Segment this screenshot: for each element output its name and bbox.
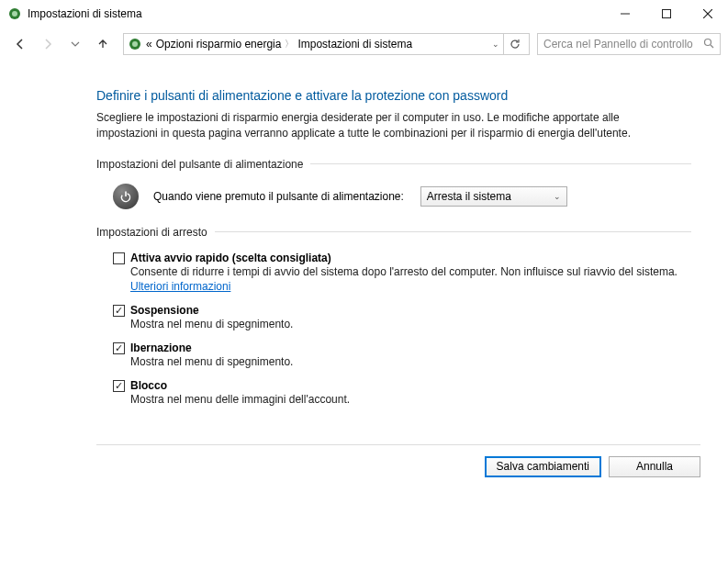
select-value: Arresta il sistema — [427, 190, 511, 203]
svg-point-8 — [705, 39, 711, 45]
divider — [310, 163, 691, 164]
svg-point-1 — [12, 11, 17, 17]
option-hibernate: Ibernazione Mostra nel menu di spegnimen… — [113, 341, 691, 370]
section-header-shutdown: Impostazioni di arresto — [96, 226, 691, 239]
option-title: Ibernazione — [130, 341, 192, 354]
app-icon — [7, 6, 22, 21]
chevron-right-icon: 〉 — [285, 38, 294, 50]
section-header-label: Impostazioni del pulsante di alimentazio… — [96, 158, 303, 171]
page-heading: Definire i pulsanti di alimentazione e a… — [96, 88, 691, 103]
checkbox[interactable] — [113, 305, 125, 317]
titlebar: Impostazioni di sistema — [0, 0, 728, 28]
option-title: Attiva avvio rapido (scelta consigliata) — [130, 252, 331, 264]
breadcrumb[interactable]: « Opzioni risparmio energia 〉 Impostazio… — [123, 33, 530, 55]
svg-rect-3 — [662, 10, 670, 18]
search-icon — [703, 38, 714, 51]
option-title: Blocco — [130, 379, 167, 392]
cancel-button[interactable]: Annulla — [609, 456, 700, 477]
option-title: Sospensione — [130, 304, 199, 317]
refresh-button[interactable] — [503, 33, 525, 55]
divider — [215, 231, 691, 232]
power-button-row: Quando viene premuto il pulsante di alim… — [113, 184, 691, 209]
footer: Salva cambiamenti Annulla — [0, 445, 728, 490]
minimize-button[interactable] — [604, 0, 645, 28]
checkbox[interactable] — [113, 380, 125, 392]
power-icon — [113, 184, 139, 209]
breadcrumb-prefix: « — [146, 38, 152, 50]
checkbox[interactable] — [113, 252, 125, 264]
power-action-select[interactable]: Arresta il sistema ⌄ — [420, 186, 567, 207]
search-input[interactable]: Cerca nel Pannello di controllo — [537, 33, 721, 55]
maximize-button[interactable] — [645, 0, 687, 28]
svg-line-9 — [711, 45, 713, 48]
window-title: Impostazioni di sistema — [28, 7, 142, 20]
breadcrumb-dropdown[interactable]: ⌄ — [492, 39, 499, 49]
breadcrumb-item[interactable]: Opzioni risparmio energia — [156, 38, 282, 50]
power-button-label: Quando viene premuto il pulsante di alim… — [153, 190, 404, 203]
option-sleep: Sospensione Mostra nel menu di spegnimen… — [113, 304, 691, 332]
section-header-power: Impostazioni del pulsante di alimentazio… — [96, 158, 691, 171]
svg-point-7 — [132, 41, 138, 47]
option-lock: Blocco Mostra nel menu delle immagini de… — [113, 379, 691, 408]
navbar: « Opzioni risparmio energia 〉 Impostazio… — [0, 28, 728, 61]
option-desc: Mostra nel menu delle immagini dell'acco… — [130, 392, 691, 408]
page-description: Scegliere le impostazioni di risparmio e… — [96, 110, 666, 141]
content: Definire i pulsanti di alimentazione e a… — [0, 61, 728, 426]
breadcrumb-item[interactable]: Impostazioni di sistema — [297, 38, 412, 50]
checkbox[interactable] — [113, 342, 125, 354]
section-header-label: Impostazioni di arresto — [96, 226, 207, 239]
option-desc: Consente di ridurre i tempi di avvio del… — [130, 264, 691, 296]
close-button[interactable] — [687, 0, 728, 28]
recent-dropdown[interactable] — [62, 31, 88, 57]
option-desc: Mostra nel menu di spegnimento. — [130, 354, 691, 370]
control-panel-icon — [128, 37, 142, 51]
option-fast-startup: Attiva avvio rapido (scelta consigliata)… — [113, 252, 691, 296]
chevron-down-icon: ⌄ — [554, 192, 561, 201]
search-placeholder: Cerca nel Pannello di controllo — [543, 38, 703, 50]
save-button[interactable]: Salva cambiamenti — [485, 456, 601, 477]
option-desc: Mostra nel menu di spegnimento. — [130, 317, 691, 332]
back-button[interactable] — [7, 31, 33, 57]
up-button[interactable] — [90, 31, 116, 57]
forward-button[interactable] — [35, 31, 61, 57]
more-info-link[interactable]: Ulteriori informazioni — [130, 280, 230, 293]
